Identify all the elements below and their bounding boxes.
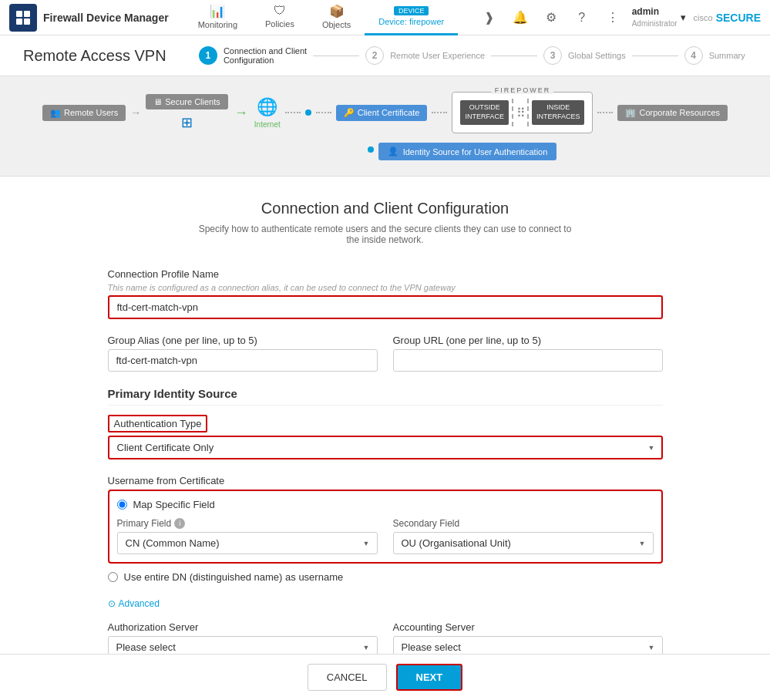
main-content: Connection and Client Configuration Spec…: [0, 177, 770, 700]
group-url-input[interactable]: [393, 349, 663, 372]
primary-field-select[interactable]: CN (Common Name) DN Email: [117, 532, 378, 554]
use-dn-radio-group: Use entire DN (distinguished name) as us…: [108, 571, 663, 583]
logo-icon: [9, 4, 37, 32]
notifications-icon[interactable]: 🔔: [509, 6, 532, 29]
accounting-server-label: Accounting Server: [393, 621, 663, 633]
svg-rect-2: [16, 19, 22, 25]
arrow-1: →: [130, 106, 141, 119]
wizard-step-3: 3 Global Settings: [543, 46, 626, 65]
firepower-box: FIREPOWER OUTSIDEINTERFACE ⠿ INSIDEINTER…: [452, 92, 593, 133]
diagram-corporate: 🏢 Corporate Resources: [617, 105, 728, 121]
settings-icon[interactable]: ⚙: [540, 6, 563, 29]
primary-field-col: Primary Field i CN (Common Name) DN Emai…: [117, 518, 378, 554]
nav-monitoring[interactable]: 📊 Monitoring: [184, 0, 251, 35]
auth-server-label: Authorization Server: [108, 621, 378, 633]
dotted-3: [432, 112, 447, 113]
help-icon[interactable]: ?: [570, 6, 593, 29]
use-dn-label[interactable]: Use entire DN (distinguished name) as us…: [108, 571, 663, 583]
auth-type-select[interactable]: Client Certificate Only AAA Only Client …: [108, 436, 663, 459]
nav-device[interactable]: DEVICE Device: firepower: [365, 0, 458, 35]
field-row: Primary Field i CN (Common Name) DN Emai…: [117, 518, 654, 554]
dotted-4: [597, 112, 613, 113]
outside-interface-box: OUTSIDEINTERFACE: [460, 100, 509, 124]
nav-objects[interactable]: 📦 Objects: [308, 0, 365, 35]
profile-name-input[interactable]: [108, 295, 663, 319]
terminal-icon[interactable]: ❱: [478, 6, 501, 29]
step-4-label: Summary: [709, 51, 745, 60]
secondary-field-select[interactable]: OU (Organisational Unit) CN Email: [393, 532, 654, 554]
auth-type-group: Authentication Type Client Certificate O…: [108, 415, 663, 459]
cancel-button[interactable]: CANCEL: [308, 664, 387, 691]
policies-label: Policies: [265, 19, 294, 29]
device-label: Device: firepower: [378, 17, 444, 26]
profile-name-group: Connection Profile Name This name is con…: [108, 268, 663, 319]
form-section-title: Connection and Client Configuration: [108, 200, 663, 217]
step-2-circle: 2: [365, 46, 384, 65]
top-nav: Firewall Device Manager 📊 Monitoring 🛡 P…: [0, 0, 770, 35]
diagram-internet: 🌐 Internet: [254, 97, 281, 129]
primary-field-wrapper: CN (Common Name) DN Email: [117, 532, 378, 554]
form-container: Connection and Client Configuration Spec…: [92, 177, 678, 700]
auth-server-col: Authorization Server Please select: [108, 621, 378, 658]
chevron-down-icon: ▾: [681, 12, 686, 23]
interface-divider: [512, 99, 513, 126]
map-specific-label[interactable]: Map Specific Field: [117, 499, 654, 510]
step-1-label: Connection and ClientConfiguration: [224, 46, 307, 65]
group-url-label: Group URL (one per line, up to 5): [393, 335, 663, 346]
user-name: admin: [632, 6, 678, 19]
nav-right: ❱ 🔔 ⚙ ? ⋮ admin Administrator ▾ cisco SE…: [478, 6, 761, 29]
user-menu[interactable]: admin Administrator ▾: [632, 6, 686, 29]
group-alias-col: Group Alias (one per line, up to 5): [108, 335, 378, 372]
chevron-icon: ⊙: [108, 598, 116, 609]
remote-users-box: 👥 Remote Users: [42, 105, 126, 121]
monitor-icon: 🖥: [153, 97, 162, 106]
globe-icon: 🌐: [257, 97, 277, 117]
page-title: Remote Access VPN: [23, 47, 166, 65]
primary-identity-section: Primary Identity Source Authentication T…: [108, 387, 663, 658]
group-alias-label: Group Alias (one per line, up to 5): [108, 335, 378, 346]
app-logo: Firewall Device Manager: [9, 4, 169, 32]
dotted-1: [285, 112, 301, 113]
group-row: Group Alias (one per line, up to 5) Grou…: [108, 335, 663, 372]
svg-rect-3: [24, 19, 30, 25]
advanced-link[interactable]: ⊙ Advanced: [108, 598, 663, 609]
group-alias-input[interactable]: [108, 349, 378, 372]
diagram-remote-users: 👥 Remote Users: [42, 105, 126, 121]
inside-interfaces-box: INSIDEINTERFACES: [532, 100, 585, 124]
svg-rect-1: [24, 11, 30, 17]
username-cert-group: Username from Certificate Map Specific F…: [108, 475, 663, 583]
objects-label: Objects: [322, 20, 351, 29]
page-header: Remote Access VPN 1 Connection and Clien…: [0, 35, 770, 76]
step-connector-2: [491, 56, 537, 56]
step-4-circle: 4: [684, 46, 703, 65]
use-dn-radio[interactable]: [108, 572, 118, 582]
footer: CANCEL NEXT: [0, 654, 770, 700]
firepower-label: FIREPOWER: [492, 86, 554, 94]
wizard-step-4: 4 Summary: [684, 46, 745, 65]
nav-policies[interactable]: 🛡 Policies: [251, 0, 308, 35]
server-row: Authorization Server Please select Accou…: [108, 621, 663, 658]
diagram-area: 👥 Remote Users → 🖥 Secure Clients ⊞ → 🌐 …: [0, 76, 770, 177]
corporate-box: 🏢 Corporate Resources: [617, 105, 728, 121]
primary-identity-heading: Primary Identity Source: [108, 387, 663, 406]
dot-1: [305, 109, 311, 116]
users-icon: 👥: [50, 108, 61, 118]
profile-name-label: Connection Profile Name: [108, 268, 663, 280]
map-specific-radio-group: Map Specific Field: [117, 499, 654, 510]
next-button[interactable]: NEXT: [396, 664, 463, 691]
profile-name-hint: This name is configured as a connection …: [108, 283, 663, 292]
auth-type-wrapper: Client Certificate Only AAA Only Client …: [108, 436, 663, 459]
more-icon[interactable]: ⋮: [601, 6, 624, 29]
device-badge: DEVICE: [394, 6, 429, 15]
windows-icon: ⊞: [181, 114, 193, 131]
step-1-circle: 1: [199, 46, 217, 65]
secondary-field-wrapper: OU (Organisational Unit) CN Email: [393, 532, 654, 554]
building-icon: 🏢: [625, 108, 636, 118]
wizard-step-1: 1 Connection and ClientConfiguration: [199, 46, 307, 65]
user-info: admin Administrator: [632, 6, 678, 29]
secondary-field-label: Secondary Field: [393, 518, 654, 529]
cisco-text: cisco: [694, 13, 713, 22]
map-specific-radio[interactable]: [117, 500, 127, 510]
group-url-col: Group URL (one per line, up to 5): [393, 335, 663, 372]
step-3-circle: 3: [543, 46, 562, 65]
